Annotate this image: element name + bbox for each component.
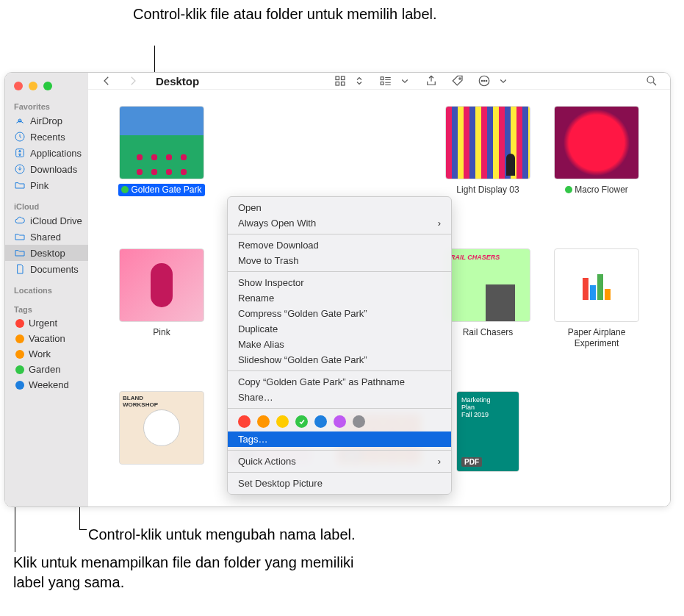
menu-item-quick-actions[interactable]: Quick Actions› [228, 454, 451, 469]
folder-icon [14, 247, 26, 259]
sidebar-item-pink[interactable]: Pink [5, 177, 88, 193]
menu-separator [228, 450, 451, 451]
tag-dot-blue [15, 381, 24, 390]
sidebar-item-label: Shared [30, 232, 61, 243]
menu-item-show-inspector[interactable]: Show Inspector [228, 275, 451, 290]
file-name: Macro Flower [562, 184, 631, 196]
folder-icon [14, 231, 26, 243]
group-button[interactable] [378, 73, 394, 89]
search-button[interactable] [644, 73, 660, 89]
share-button[interactable] [423, 73, 439, 89]
sidebar-item-desktop[interactable]: Desktop [5, 245, 88, 261]
tag-color-yellow[interactable] [276, 415, 289, 428]
sidebar-heading-favorites: Favorites [5, 99, 88, 112]
sidebar-item-label: Recents [30, 132, 65, 143]
close-button[interactable] [14, 82, 23, 90]
sidebar-item-label: Downloads [30, 164, 77, 175]
file-item[interactable]: Golden Gate Park [110, 106, 213, 196]
sidebar-item-downloads[interactable]: Downloads [5, 161, 88, 177]
tag-color-red[interactable] [238, 415, 251, 428]
menu-item-rename[interactable]: Rename [228, 290, 451, 306]
window-controls [5, 79, 88, 99]
chevron-down-icon[interactable] [397, 73, 413, 89]
back-button[interactable] [98, 73, 115, 89]
tag-button[interactable] [450, 73, 466, 89]
sidebar-item-label: Garden [29, 364, 60, 375]
svg-point-12 [481, 80, 483, 82]
menu-item-duplicate[interactable]: Duplicate [228, 321, 451, 337]
sidebar-item-documents[interactable]: Documents [5, 261, 88, 277]
sidebar-heading-icloud: iCloud [5, 199, 88, 212]
file-item[interactable]: Pink [110, 248, 213, 339]
callout-top: Control-klik file atau folder untuk memi… [133, 4, 442, 24]
svg-rect-6 [336, 82, 339, 86]
menu-item-compress[interactable]: Compress “Golden Gate Park” [228, 306, 451, 321]
sidebar-heading-locations: Locations [5, 283, 88, 296]
tag-dot-orange [15, 350, 24, 359]
sidebar-tag-urgent[interactable]: Urgent [5, 315, 88, 331]
chevron-right-icon: › [438, 456, 441, 467]
menu-separator [228, 370, 451, 371]
file-item[interactable]: MarketingPlanFall 2019 PDF [436, 391, 539, 472]
sidebar-item-shared[interactable]: Shared [5, 229, 88, 245]
sidebar-item-recents[interactable]: Recents [5, 129, 88, 145]
sidebar-item-icloud-drive[interactable]: iCloud Drive [5, 212, 88, 229]
callout-bottom: Klik untuk menampilkan file dan folder y… [13, 553, 381, 592]
svg-point-10 [458, 78, 460, 79]
file-name: Pink [150, 326, 173, 339]
sidebar-item-airdrop[interactable]: AirDrop [5, 112, 88, 129]
file-item[interactable]: Light Display 03 [436, 106, 539, 196]
tag-dot-orange [15, 334, 24, 343]
file-thumbnail [554, 248, 639, 322]
tag-color-purple[interactable] [334, 415, 346, 428]
file-name: Golden Gate Park [118, 184, 204, 196]
zoom-button[interactable] [43, 82, 52, 90]
file-item[interactable]: Macro Flower [545, 106, 648, 196]
clock-icon [14, 131, 26, 143]
file-item[interactable]: Paper Airplane Experiment [545, 248, 648, 350]
callout-mid: Control-klik untuk mengubah nama label. [88, 525, 356, 545]
sidebar-item-label: iCloud Drive [30, 215, 82, 226]
sidebar-tag-vacation[interactable]: Vacation [5, 331, 88, 346]
menu-item-share[interactable]: Share… [228, 390, 451, 405]
file-thumbnail [554, 106, 639, 179]
menu-item-remove-download[interactable]: Remove Download [228, 237, 451, 253]
menu-item-set-desktop-picture[interactable]: Set Desktop Picture [228, 476, 451, 491]
more-button[interactable] [476, 73, 492, 89]
menu-item-tags[interactable]: Tags… [228, 431, 451, 447]
sidebar-item-label: Pink [30, 180, 48, 191]
airdrop-icon [14, 115, 26, 126]
file-item[interactable]: RAIL CHASERS Rail Chasers [436, 248, 539, 339]
sidebar-item-label: Work [29, 348, 51, 359]
menu-item-copy-pathname[interactable]: Copy “Golden Gate Park” as Pathname [228, 374, 451, 390]
file-thumbnail [445, 106, 530, 179]
sidebar-item-applications[interactable]: Applications [5, 145, 88, 161]
chevron-right-icon: › [438, 218, 441, 229]
toolbar: Desktop [88, 73, 670, 90]
menu-item-make-alias[interactable]: Make Alias [228, 337, 451, 352]
sidebar-item-label: AirDrop [30, 115, 62, 126]
sidebar-item-label: Documents [30, 264, 79, 275]
tag-dot-red [15, 319, 24, 328]
tag-color-green[interactable] [295, 415, 308, 428]
file-name: Light Display 03 [453, 184, 522, 196]
sidebar-tag-weekend[interactable]: Weekend [5, 377, 88, 393]
tag-color-gray[interactable] [353, 415, 365, 428]
chevron-updown-icon[interactable] [351, 73, 367, 89]
file-item[interactable]: BLANDWORKSHOP Bland Workshop [110, 391, 213, 481]
menu-item-slideshow[interactable]: Slideshow “Golden Gate Park” [228, 352, 451, 368]
sidebar-tag-garden[interactable]: Garden [5, 362, 88, 377]
menu-item-always-open-with[interactable]: Always Open With› [228, 215, 451, 231]
menu-item-move-to-trash[interactable]: Move to Trash [228, 253, 451, 268]
view-button[interactable] [332, 73, 348, 89]
svg-rect-9 [381, 82, 384, 85]
svg-point-14 [486, 80, 487, 82]
tag-color-orange[interactable] [257, 415, 270, 428]
menu-item-open[interactable]: Open [228, 200, 451, 215]
tag-color-blue[interactable] [314, 415, 327, 428]
minimize-button[interactable] [29, 82, 37, 90]
chevron-down-icon[interactable] [495, 73, 511, 89]
menu-separator [228, 472, 451, 473]
sidebar-tag-work[interactable]: Work [5, 346, 88, 362]
forward-button[interactable] [125, 73, 141, 89]
